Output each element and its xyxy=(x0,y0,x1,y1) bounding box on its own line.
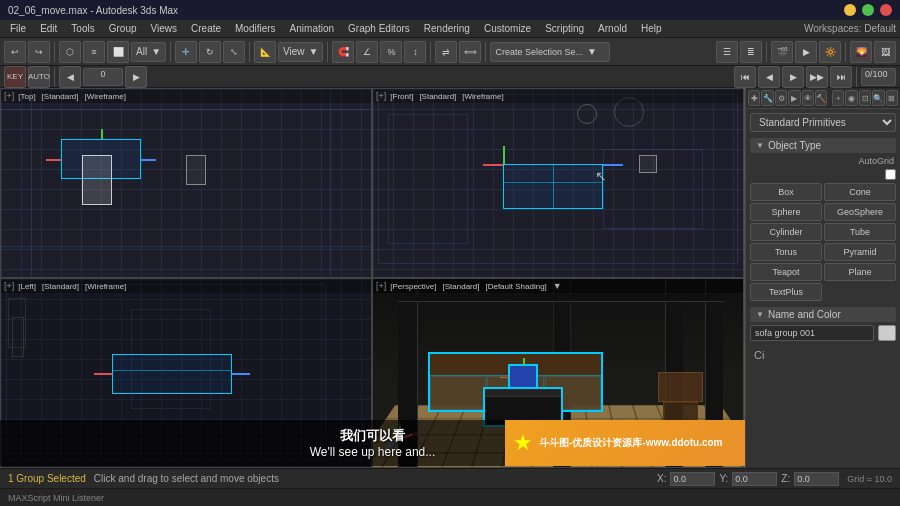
menu-edit[interactable]: Edit xyxy=(34,22,63,35)
time-input[interactable]: 0 xyxy=(83,68,123,86)
align-btn[interactable]: ⟺ xyxy=(459,41,481,63)
panel-motion-tab[interactable]: ▶ xyxy=(788,90,800,106)
obj-textplus-btn[interactable]: TextPlus xyxy=(750,283,822,301)
vp-front-label[interactable]: [Front] xyxy=(388,92,415,101)
render-result-btn[interactable]: 🖼 xyxy=(874,41,896,63)
vp-persp-label[interactable]: [Perspective] xyxy=(388,282,438,291)
render-btn[interactable]: ▶ xyxy=(795,41,817,63)
primitives-dropdown[interactable]: Standard Primitives Extended Primitives … xyxy=(750,113,896,132)
menu-rendering[interactable]: Rendering xyxy=(418,22,476,35)
activeshade-btn[interactable]: 🔆 xyxy=(819,41,841,63)
color-swatch[interactable] xyxy=(878,325,896,341)
render-setup-btn[interactable]: 🎬 xyxy=(771,41,793,63)
menu-modifiers[interactable]: Modifiers xyxy=(229,22,282,35)
time-fwd-btn[interactable]: ▶ xyxy=(125,66,147,88)
ref-coord-btn[interactable]: 📐 xyxy=(254,41,276,63)
time-slider-btn[interactable]: ◀ xyxy=(59,66,81,88)
auto-key-btn[interactable]: AUTO xyxy=(28,66,50,88)
panel-hierarchy-tab[interactable]: ⚙ xyxy=(775,90,787,106)
menu-help[interactable]: Help xyxy=(635,22,668,35)
snap-toggle-btn[interactable]: 🧲 xyxy=(332,41,354,63)
select-by-name-btn[interactable]: ≡ xyxy=(83,41,105,63)
obj-sphere-btn[interactable]: Sphere xyxy=(750,203,822,221)
close-button[interactable] xyxy=(880,4,892,16)
maximize-button[interactable] xyxy=(862,4,874,16)
vp-front-mode[interactable]: [Wireframe] xyxy=(460,92,505,101)
play-btn[interactable]: ▶ xyxy=(782,66,804,88)
obj-plane-btn[interactable]: Plane xyxy=(824,263,896,281)
panel-extra-btn2[interactable]: ◉ xyxy=(845,90,857,106)
rect-select-btn[interactable]: ⬜ xyxy=(107,41,129,63)
frame-input[interactable]: 0/100 xyxy=(861,68,896,86)
select-filter-dropdown[interactable]: All▼ xyxy=(131,42,166,62)
obj-cylinder-btn[interactable]: Cylinder xyxy=(750,223,822,241)
next-frame-btn[interactable]: ▶▶ xyxy=(806,66,828,88)
object-type-grid: Box Cone Sphere GeoSphere Cylinder Tube … xyxy=(750,183,896,301)
menu-create[interactable]: Create xyxy=(185,22,227,35)
menu-file[interactable]: File xyxy=(4,22,32,35)
panel-extra-btn4[interactable]: 🔍 xyxy=(872,90,884,106)
menu-customize[interactable]: Customize xyxy=(478,22,537,35)
object-type-header[interactable]: ▼ Object Type xyxy=(750,138,896,153)
set-key-btn[interactable]: KEY xyxy=(4,66,26,88)
vp-persp-mode[interactable]: [Default Shading] xyxy=(483,282,548,291)
menu-group[interactable]: Group xyxy=(103,22,143,35)
x-coord[interactable] xyxy=(670,472,715,486)
obj-pyramid-btn[interactable]: Pyramid xyxy=(824,243,896,261)
vp-top-shading[interactable]: [Standard] xyxy=(40,92,81,101)
mirror-btn[interactable]: ⇌ xyxy=(435,41,457,63)
obj-cone-btn[interactable]: Cone xyxy=(824,183,896,201)
obj-tube-btn[interactable]: Tube xyxy=(824,223,896,241)
scale-btn[interactable]: ⤡ xyxy=(223,41,245,63)
environment-btn[interactable]: 🌄 xyxy=(850,41,872,63)
percent-snap-btn[interactable]: % xyxy=(380,41,402,63)
menu-animation[interactable]: Animation xyxy=(284,22,340,35)
obj-teapot-btn[interactable]: Teapot xyxy=(750,263,822,281)
menu-arnold[interactable]: Arnold xyxy=(592,22,633,35)
panel-extra-btn5[interactable]: ⊠ xyxy=(886,90,898,106)
redo-button[interactable]: ↪ xyxy=(28,41,50,63)
obj-torus-btn[interactable]: Torus xyxy=(750,243,822,261)
ribbon-toggle-btn[interactable]: ≣ xyxy=(740,41,762,63)
move-btn[interactable]: ✛ xyxy=(175,41,197,63)
vp-left-label[interactable]: [Left] xyxy=(16,282,38,291)
y-coord[interactable] xyxy=(732,472,777,486)
vp-left-shading[interactable]: [Standard] xyxy=(40,282,81,291)
minimize-button[interactable] xyxy=(844,4,856,16)
spinner-snap-btn[interactable]: ↕ xyxy=(404,41,426,63)
autogrid-checkbox[interactable] xyxy=(885,169,896,180)
ref-coord-dropdown[interactable]: View▼ xyxy=(278,42,323,62)
main-toolbar: ↩ ↪ ⬡ ≡ ⬜ All▼ ✛ ↻ ⤡ 📐 View▼ 🧲 ∠ % ↕ ⇌ ⟺… xyxy=(0,38,900,66)
vp-top-mode[interactable]: [Wireframe] xyxy=(83,92,128,101)
goto-end-btn[interactable]: ⏭ xyxy=(830,66,852,88)
layer-mgr-btn[interactable]: ☰ xyxy=(716,41,738,63)
angle-snap-btn[interactable]: ∠ xyxy=(356,41,378,63)
obj-geosphere-btn[interactable]: GeoSphere xyxy=(824,203,896,221)
obj-box-btn[interactable]: Box xyxy=(750,183,822,201)
panel-display-tab[interactable]: 👁 xyxy=(802,90,814,106)
menu-graph-editors[interactable]: Graph Editors xyxy=(342,22,416,35)
panel-modify-tab[interactable]: 🔧 xyxy=(761,90,773,106)
undo-button[interactable]: ↩ xyxy=(4,41,26,63)
create-selection-dropdown[interactable]: Create Selection Se...▼ xyxy=(490,42,610,62)
object-name-input[interactable] xyxy=(750,325,874,341)
panel-extra-btn3[interactable]: ⊡ xyxy=(859,90,871,106)
panel-create-tab[interactable]: ✚ xyxy=(748,90,760,106)
viewport-top[interactable]: [+] [Top] [Standard] [Wireframe] xyxy=(0,88,372,278)
vp-top-label[interactable]: [Top] xyxy=(16,92,37,101)
menu-views[interactable]: Views xyxy=(145,22,184,35)
menu-tools[interactable]: Tools xyxy=(65,22,100,35)
viewport-front[interactable]: [+] [Front] [Standard] [Wireframe] xyxy=(372,88,744,278)
select-object-btn[interactable]: ⬡ xyxy=(59,41,81,63)
vp-left-mode[interactable]: [Wireframe] xyxy=(83,282,128,291)
z-coord[interactable] xyxy=(794,472,839,486)
vp-front-shading[interactable]: [Standard] xyxy=(417,92,458,101)
panel-extra-btn1[interactable]: + xyxy=(832,90,844,106)
rotate-btn[interactable]: ↻ xyxy=(199,41,221,63)
name-color-header[interactable]: ▼ Name and Color xyxy=(750,307,896,322)
vp-persp-shading[interactable]: [Standard] xyxy=(441,282,482,291)
panel-utilities-tab[interactable]: 🔨 xyxy=(815,90,827,106)
menu-scripting[interactable]: Scripting xyxy=(539,22,590,35)
goto-start-btn[interactable]: ⏮ xyxy=(734,66,756,88)
prev-frame-btn[interactable]: ◀ xyxy=(758,66,780,88)
